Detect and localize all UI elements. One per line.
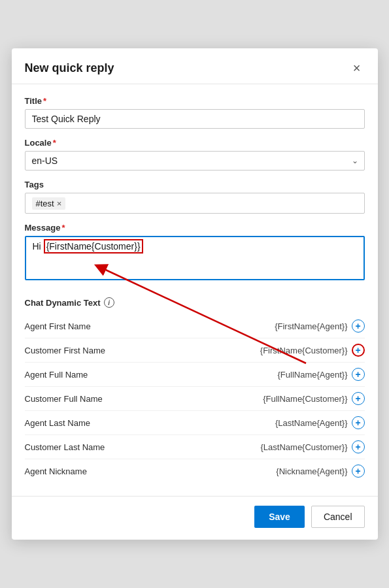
- dynamic-value: {Nickname{Agent}}: [276, 466, 347, 476]
- dynamic-row: Customer Full Name{FullName{Customer}}+: [25, 387, 365, 411]
- tags-input[interactable]: #test ×: [25, 193, 365, 214]
- locale-field-group: Locale* en-US fr-FR de-DE es-ES ⌄: [25, 138, 365, 171]
- dynamic-label: Agent First Name: [25, 321, 91, 331]
- add-dynamic-button[interactable]: +: [352, 368, 365, 381]
- locale-select[interactable]: en-US fr-FR de-DE es-ES: [25, 151, 365, 171]
- locale-select-wrapper: en-US fr-FR de-DE es-ES ⌄: [25, 151, 365, 171]
- add-dynamic-button[interactable]: +: [352, 392, 365, 405]
- new-quick-reply-dialog: New quick reply × Title* Locale* en-US f…: [12, 48, 378, 540]
- title-field-group: Title*: [25, 96, 365, 129]
- locale-label: Locale*: [25, 138, 365, 148]
- add-dynamic-button[interactable]: +: [352, 344, 365, 357]
- message-field-wrapper: Hi {FirstName{Customer}}: [25, 236, 365, 280]
- dynamic-value-group: {LastName{Customer}}+: [261, 440, 365, 453]
- save-button[interactable]: Save: [254, 506, 305, 528]
- dynamic-row: Agent Last Name{LastName{Agent}}+: [25, 411, 365, 435]
- dynamic-value-group: {Nickname{Agent}}+: [276, 465, 364, 478]
- message-required: *: [61, 223, 65, 233]
- dynamic-value: {FirstName{Agent}}: [275, 321, 347, 331]
- dynamic-value: {FirstName{Customer}}: [260, 346, 348, 355]
- dynamic-label: Customer Full Name: [25, 394, 103, 404]
- tag-value: #test: [36, 199, 54, 208]
- dynamic-value: {LastName{Agent}}: [275, 418, 348, 428]
- tags-field-group: Tags #test ×: [25, 180, 365, 214]
- dynamic-text-title: Chat Dynamic Text i: [25, 297, 365, 308]
- dynamic-label: Customer Last Name: [25, 442, 105, 452]
- dynamic-value: {FullName{Customer}}: [263, 394, 347, 404]
- dynamic-row: Customer First Name{FirstName{Customer}}…: [25, 338, 365, 363]
- close-button[interactable]: ×: [349, 60, 365, 76]
- tags-label: Tags: [25, 180, 365, 189]
- add-dynamic-button[interactable]: +: [352, 416, 365, 429]
- dynamic-value-group: {FullName{Agent}}+: [278, 368, 365, 381]
- dialog-header: New quick reply ×: [12, 48, 378, 84]
- dynamic-value: {FullName{Agent}}: [278, 370, 348, 380]
- message-field-group: Message* Hi {FirstName{Customer}}: [25, 223, 365, 280]
- tag-remove-button[interactable]: ×: [57, 199, 62, 208]
- title-input[interactable]: [25, 109, 365, 129]
- title-required: *: [43, 96, 46, 106]
- dynamic-value-group: {FirstName{Agent}}+: [275, 319, 364, 333]
- dynamic-row: Customer Last Name{LastName{Customer}}+: [25, 435, 365, 459]
- add-dynamic-button[interactable]: +: [352, 440, 365, 453]
- dialog-title: New quick reply: [25, 61, 114, 75]
- dynamic-row: Agent Nickname{Nickname{Agent}}+: [25, 459, 365, 483]
- tag-chip: #test ×: [32, 197, 66, 210]
- dynamic-value: {LastName{Customer}}: [261, 442, 348, 452]
- dialog-body: Title* Locale* en-US fr-FR de-DE es-ES ⌄…: [12, 84, 378, 297]
- dynamic-label: Agent Nickname: [25, 466, 87, 476]
- dynamic-text-section: Chat Dynamic Text i Agent First Name{Fir…: [12, 297, 378, 491]
- add-dynamic-button[interactable]: +: [352, 465, 365, 478]
- cancel-button[interactable]: Cancel: [311, 506, 365, 528]
- dynamic-rows-container: Agent First Name{FirstName{Agent}}+Custo…: [25, 314, 365, 483]
- title-label: Title*: [25, 96, 365, 106]
- dynamic-row: Agent Full Name{FullName{Agent}}+: [25, 363, 365, 387]
- dynamic-value-group: {LastName{Agent}}+: [275, 416, 365, 429]
- message-label: Message*: [25, 223, 365, 233]
- message-prefix: Hi: [33, 241, 44, 252]
- dialog-footer: Save Cancel: [12, 496, 378, 540]
- info-icon[interactable]: i: [104, 297, 114, 308]
- dynamic-label: Customer First Name: [25, 346, 106, 355]
- message-textarea[interactable]: Hi {FirstName{Customer}}: [25, 236, 365, 280]
- add-dynamic-button[interactable]: +: [352, 319, 365, 333]
- dynamic-value-group: {FullName{Customer}}+: [263, 392, 364, 405]
- message-highlight: {FirstName{Customer}}: [44, 239, 143, 253]
- dynamic-row: Agent First Name{FirstName{Agent}}+: [25, 314, 365, 338]
- locale-required: *: [53, 138, 56, 148]
- dynamic-label: Agent Full Name: [25, 370, 88, 380]
- dynamic-label: Agent Last Name: [25, 418, 90, 428]
- dynamic-value-group: {FirstName{Customer}}+: [260, 344, 365, 357]
